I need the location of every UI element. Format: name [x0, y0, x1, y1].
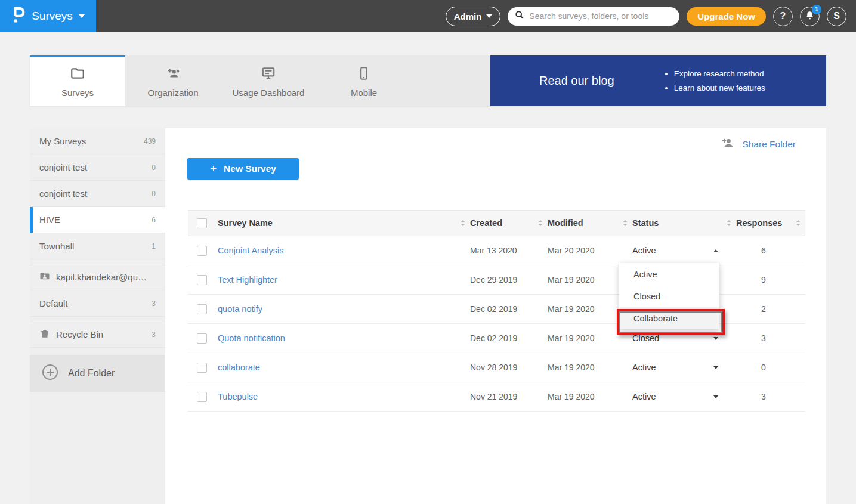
table-header-row: Survey Name Created Modified Status Resp… [188, 210, 805, 236]
row-checkbox[interactable] [197, 333, 207, 344]
row-checkbox[interactable] [197, 275, 207, 285]
folder-count: 439 [144, 137, 156, 146]
primary-tabs: Surveys Organization Usage Dashboard Mob… [30, 55, 826, 106]
modified-cell: Mar 19 2020 [548, 392, 618, 401]
blog-banner[interactable]: Read our blog Explore research method Le… [490, 55, 826, 106]
add-folder-button[interactable]: Add Folder [30, 355, 165, 392]
caret-up-icon [713, 247, 718, 252]
sidebar-item-shared-account[interactable]: kapil.khandekar@que… [30, 264, 165, 290]
search-icon [515, 10, 524, 22]
row-checkbox[interactable] [197, 246, 207, 256]
add-folder-label: Add Folder [68, 368, 115, 379]
sort-icon[interactable] [791, 220, 805, 226]
row-checkbox[interactable] [197, 392, 207, 402]
folders-sidebar: My Surveys 439 conjoint test 0 conjoint … [30, 128, 165, 504]
status-dropdown-trigger[interactable]: Active [632, 246, 722, 255]
banner-bullet: Learn about new features [674, 81, 765, 95]
notifications-button[interactable]: 1 [800, 7, 820, 26]
admin-dropdown[interactable]: Admin [446, 7, 501, 26]
status-dropdown-trigger[interactable]: Active [632, 392, 722, 401]
survey-link[interactable]: Conjoint Analysis [218, 246, 283, 255]
caret-down-icon [713, 366, 718, 372]
survey-link[interactable]: collaborate [218, 363, 260, 372]
sidebar-item-conjoint-test-2[interactable]: conjoint test 0 [30, 181, 165, 207]
plus-icon: + [210, 162, 217, 175]
tab-surveys[interactable]: Surveys [30, 55, 125, 106]
tab-usage-dashboard[interactable]: Usage Dashboard [221, 55, 316, 106]
created-cell: Nov 21 2019 [470, 392, 533, 401]
tab-label: Surveys [61, 88, 94, 98]
row-checkbox[interactable] [197, 304, 207, 314]
product-switcher[interactable]: Surveys [0, 0, 96, 32]
created-cell: Dec 29 2019 [470, 275, 533, 285]
survey-link[interactable]: Text Highlighter [218, 275, 277, 285]
banner-title: Read our blog [539, 74, 614, 88]
banner-bullet-list: Explore research method Learn about new … [674, 67, 765, 95]
row-checkbox[interactable] [197, 363, 207, 373]
sidebar-item-my-surveys[interactable]: My Surveys 439 [30, 128, 165, 154]
folder-count: 1 [152, 242, 156, 251]
sort-icon[interactable] [722, 220, 736, 226]
search-input[interactable] [529, 11, 672, 21]
sort-icon[interactable] [456, 220, 470, 226]
tab-label: Mobile [351, 88, 377, 98]
trash-icon [39, 328, 50, 341]
modified-cell: Mar 19 2020 [548, 304, 618, 314]
status-dropdown-trigger[interactable]: Closed [632, 333, 722, 343]
status-dropdown-trigger[interactable]: Active [632, 363, 722, 372]
col-created: Created [470, 218, 533, 228]
sort-icon[interactable] [618, 220, 632, 226]
modified-cell: Mar 20 2020 [548, 246, 618, 255]
sidebar-item-recycle-bin[interactable]: Recycle Bin 3 [30, 321, 165, 348]
col-survey-name: Survey Name [218, 218, 456, 228]
global-search[interactable] [508, 7, 679, 26]
table-row: Tubepulse Nov 21 2019 Mar 19 2020 Active… [188, 382, 805, 412]
admin-label: Admin [454, 11, 482, 21]
sidebar-divider [30, 259, 165, 264]
status-option-collaborate[interactable]: Collaborate [619, 307, 719, 329]
sidebar-item-hive[interactable]: HIVE 6 [30, 207, 165, 233]
sidebar-item-default[interactable]: Default 3 [30, 290, 165, 317]
table-row: Conjoint Analysis Mar 13 2020 Mar 20 202… [188, 236, 805, 265]
folder-count: 3 [152, 330, 156, 339]
question-mark-icon: ? [780, 11, 786, 21]
tab-label: Organization [147, 88, 198, 98]
chevron-down-icon [486, 14, 492, 21]
chevron-down-icon [79, 14, 85, 21]
col-responses: Responses [736, 218, 791, 228]
mobile-icon [356, 66, 372, 83]
sort-icon[interactable] [533, 220, 548, 226]
banner-bullet: Explore research method [674, 67, 765, 81]
upgrade-now-button[interactable]: Upgrade Now [687, 7, 766, 26]
tab-mobile[interactable]: Mobile [316, 55, 412, 106]
created-cell: Nov 28 2019 [470, 363, 533, 372]
sidebar-item-conjoint-test-1[interactable]: conjoint test 0 [30, 154, 165, 181]
responses-cell: 2 [736, 304, 791, 314]
status-option-closed[interactable]: Closed [619, 285, 719, 307]
new-survey-label: New Survey [224, 163, 276, 174]
folder-count: 0 [152, 163, 156, 172]
share-folder-link[interactable]: Share Folder [721, 136, 796, 153]
plus-circle-icon [42, 364, 58, 383]
tab-organization[interactable]: Organization [125, 55, 221, 106]
survey-link[interactable]: Quota notification [218, 333, 285, 343]
survey-link[interactable]: Tubepulse [218, 392, 258, 401]
created-cell: Mar 13 2020 [470, 246, 533, 255]
sidebar-divider [30, 317, 165, 321]
survey-link[interactable]: quota notify [218, 304, 262, 314]
select-all-checkbox[interactable] [197, 218, 207, 228]
responses-cell: 6 [736, 246, 791, 255]
folder-icon [70, 66, 85, 83]
new-survey-button[interactable]: + New Survey [187, 158, 299, 180]
responses-cell: 0 [736, 363, 791, 372]
tab-label: Usage Dashboard [233, 88, 305, 98]
table-row: collaborate Nov 28 2019 Mar 19 2020 Acti… [188, 353, 805, 382]
sidebar-item-townhall[interactable]: Townhall 1 [30, 233, 165, 259]
folder-count: 3 [152, 299, 156, 308]
folder-count: 0 [152, 190, 156, 198]
help-button[interactable]: ? [773, 7, 793, 26]
account-avatar[interactable]: S [827, 7, 846, 26]
questionpro-logo-icon [11, 6, 26, 26]
status-option-active[interactable]: Active [619, 263, 719, 285]
product-label: Surveys [32, 10, 73, 23]
